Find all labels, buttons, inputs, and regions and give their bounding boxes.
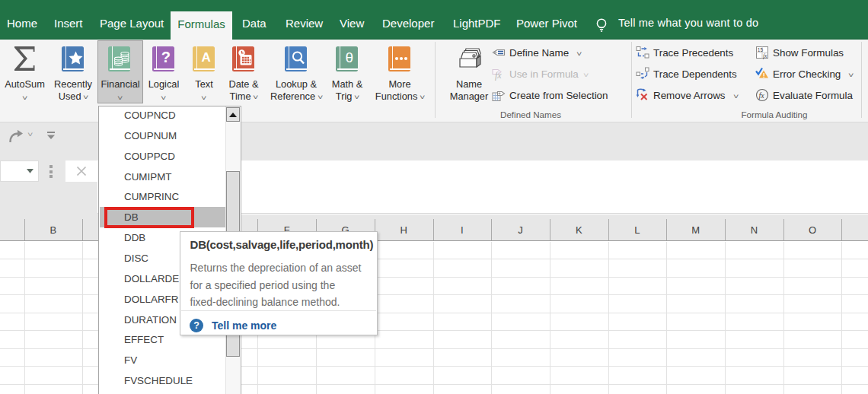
svg-text:fx: fx bbox=[495, 70, 502, 81]
svg-text:fx: fx bbox=[759, 91, 765, 100]
svg-text:fx: fx bbox=[763, 52, 767, 59]
